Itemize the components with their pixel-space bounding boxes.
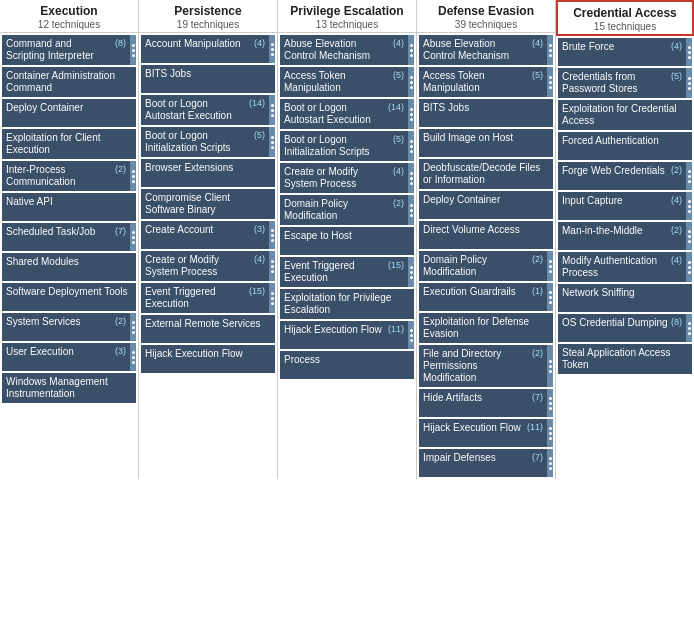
- technique-cell[interactable]: Hijack Execution Flow(11): [280, 321, 414, 349]
- technique-cell[interactable]: Exploitation for Defense Evasion: [419, 313, 553, 343]
- technique-name: BITS Jobs: [145, 68, 271, 80]
- technique-name: Exploitation for Privilege Escalation: [284, 292, 410, 316]
- sub-technique-indicator: [269, 95, 275, 125]
- technique-cell[interactable]: Inter-Process Communication(2): [2, 161, 136, 191]
- technique-name: Native API: [6, 196, 132, 208]
- technique-count: (7): [115, 226, 126, 237]
- technique-cell[interactable]: Software Deployment Tools: [2, 283, 136, 311]
- technique-name: Input Capture: [562, 195, 671, 207]
- column-title-credential-access: Credential Access: [561, 6, 689, 20]
- column-header-privilege-escalation[interactable]: Privilege Escalation13 techniques: [278, 0, 416, 33]
- technique-cell[interactable]: Credentials from Password Stores(5): [558, 68, 692, 98]
- technique-name: Exploitation for Credential Access: [562, 103, 688, 127]
- technique-cell[interactable]: User Execution(3): [2, 343, 136, 371]
- technique-name: Windows Management Instrumentation: [6, 376, 132, 400]
- technique-cell[interactable]: Hide Artifacts(7): [419, 389, 553, 417]
- sub-technique-indicator: [408, 67, 414, 97]
- technique-name: Access Token Manipulation: [284, 70, 393, 94]
- technique-cell[interactable]: Access Token Manipulation(5): [419, 67, 553, 97]
- sub-technique-indicator: [547, 389, 553, 417]
- sub-technique-indicator: [686, 252, 692, 282]
- sub-technique-indicator: [547, 251, 553, 281]
- technique-cell[interactable]: Boot or Logon Autostart Execution(14): [280, 99, 414, 129]
- technique-cell[interactable]: File and Directory Permissions Modificat…: [419, 345, 553, 387]
- technique-cell[interactable]: Command and Scripting Interpreter(8): [2, 35, 136, 65]
- technique-cell[interactable]: Boot or Logon Initialization Scripts(5): [141, 127, 275, 157]
- column-header-credential-access[interactable]: Credential Access15 techniques: [556, 0, 694, 36]
- technique-cell[interactable]: External Remote Services: [141, 315, 275, 343]
- technique-name: Hijack Execution Flow: [145, 348, 271, 360]
- technique-count: (5): [254, 130, 265, 141]
- technique-cell[interactable]: Native API: [2, 193, 136, 221]
- technique-name: Account Manipulation: [145, 38, 254, 50]
- technique-cell[interactable]: Escape to Host: [280, 227, 414, 255]
- technique-cell[interactable]: BITS Jobs: [419, 99, 553, 127]
- technique-name: Event Triggered Execution: [284, 260, 388, 284]
- technique-cell[interactable]: Forced Authentication: [558, 132, 692, 160]
- column-header-defense-evasion[interactable]: Defense Evasion39 techniques: [417, 0, 555, 33]
- technique-cell[interactable]: Scheduled Task/Job(7): [2, 223, 136, 251]
- technique-cell[interactable]: Boot or Logon Initialization Scripts(5): [280, 131, 414, 161]
- technique-cell[interactable]: OS Credential Dumping(8): [558, 314, 692, 342]
- column-count-privilege-escalation: 13 techniques: [316, 19, 378, 30]
- technique-cell[interactable]: Exploitation for Client Execution: [2, 129, 136, 159]
- technique-name: Compromise Client Software Binary: [145, 192, 271, 216]
- technique-cell[interactable]: Create Account(3): [141, 221, 275, 249]
- technique-cell[interactable]: Shared Modules: [2, 253, 136, 281]
- technique-cell[interactable]: Domain Policy Modification(2): [419, 251, 553, 281]
- technique-cell[interactable]: Input Capture(4): [558, 192, 692, 220]
- technique-count: (2): [671, 225, 682, 236]
- technique-cell[interactable]: Brute Force(4): [558, 38, 692, 66]
- technique-name: Command and Scripting Interpreter: [6, 38, 115, 62]
- technique-cell[interactable]: Account Manipulation(4): [141, 35, 275, 63]
- technique-cell[interactable]: Execution Guardrails(1): [419, 283, 553, 311]
- technique-name: Boot or Logon Initialization Scripts: [145, 130, 254, 154]
- technique-cell[interactable]: Steal Application Access Token: [558, 344, 692, 374]
- technique-cell[interactable]: BITS Jobs: [141, 65, 275, 93]
- technique-cell[interactable]: Event Triggered Execution(15): [141, 283, 275, 313]
- technique-cell[interactable]: Deobfuscate/Decode Files or Information: [419, 159, 553, 189]
- technique-cell[interactable]: Exploitation for Credential Access: [558, 100, 692, 130]
- sub-technique-indicator: [269, 127, 275, 157]
- technique-cell[interactable]: Create or Modify System Process(4): [141, 251, 275, 281]
- column-body-credential-access: Brute Force(4)Credentials from Password …: [556, 36, 694, 376]
- technique-count: (15): [249, 286, 265, 297]
- technique-name: Hijack Execution Flow: [284, 324, 388, 336]
- technique-count: (7): [532, 452, 543, 463]
- technique-count: (8): [115, 38, 126, 49]
- technique-count: (15): [388, 260, 404, 271]
- technique-cell[interactable]: Man-in-the-Middle(2): [558, 222, 692, 250]
- technique-cell[interactable]: Hijack Execution Flow: [141, 345, 275, 373]
- technique-cell[interactable]: Access Token Manipulation(5): [280, 67, 414, 97]
- technique-name: Scheduled Task/Job: [6, 226, 115, 238]
- technique-cell[interactable]: Modify Authentication Process(4): [558, 252, 692, 282]
- technique-cell[interactable]: Abuse Elevation Control Mechanism(4): [280, 35, 414, 65]
- technique-cell[interactable]: Browser Extensions: [141, 159, 275, 187]
- column-header-persistence[interactable]: Persistence19 techniques: [139, 0, 277, 33]
- technique-cell[interactable]: Event Triggered Execution(15): [280, 257, 414, 287]
- technique-cell[interactable]: Build Image on Host: [419, 129, 553, 157]
- technique-cell[interactable]: Deploy Container: [2, 99, 136, 127]
- sub-technique-indicator: [130, 313, 136, 341]
- technique-cell[interactable]: Hijack Execution Flow(11): [419, 419, 553, 447]
- technique-cell[interactable]: Process: [280, 351, 414, 379]
- technique-cell[interactable]: Create or Modify System Process(4): [280, 163, 414, 193]
- technique-cell[interactable]: Exploitation for Privilege Escalation: [280, 289, 414, 319]
- technique-name: Build Image on Host: [423, 132, 549, 144]
- column-header-execution[interactable]: Execution12 techniques: [0, 0, 138, 33]
- technique-cell[interactable]: Network Sniffing: [558, 284, 692, 312]
- technique-cell[interactable]: Boot or Logon Autostart Execution(14): [141, 95, 275, 125]
- technique-cell[interactable]: Domain Policy Modification(2): [280, 195, 414, 225]
- technique-cell[interactable]: Impair Defenses(7): [419, 449, 553, 477]
- technique-cell[interactable]: Deploy Container: [419, 191, 553, 219]
- technique-count: (2): [532, 254, 543, 265]
- technique-cell[interactable]: System Services(2): [2, 313, 136, 341]
- technique-cell[interactable]: Compromise Client Software Binary: [141, 189, 275, 219]
- technique-cell[interactable]: Abuse Elevation Control Mechanism(4): [419, 35, 553, 65]
- technique-cell[interactable]: Forge Web Credentials(2): [558, 162, 692, 190]
- technique-cell[interactable]: Direct Volume Access: [419, 221, 553, 249]
- technique-cell[interactable]: Container Administration Command: [2, 67, 136, 97]
- technique-count: (5): [532, 70, 543, 81]
- technique-cell[interactable]: Windows Management Instrumentation: [2, 373, 136, 403]
- technique-count: (4): [254, 254, 265, 265]
